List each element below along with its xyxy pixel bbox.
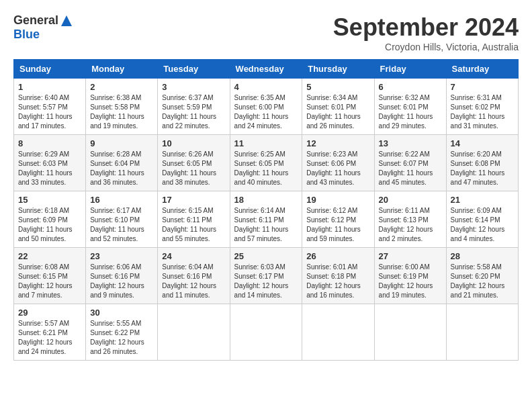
- day-number: 9: [90, 138, 153, 148]
- day-info: Sunrise: 6:26 AM Sunset: 6:05 PM Dayligh…: [162, 150, 225, 187]
- day-info: Sunrise: 6:40 AM Sunset: 5:57 PM Dayligh…: [18, 93, 81, 131]
- calendar-cell: 7 Sunrise: 6:31 AM Sunset: 6:02 PM Dayli…: [446, 79, 518, 135]
- day-number: 1: [18, 82, 81, 92]
- day-info: Sunrise: 6:32 AM Sunset: 6:01 PM Dayligh…: [379, 93, 442, 131]
- day-info: Sunrise: 6:31 AM Sunset: 6:02 PM Dayligh…: [451, 93, 514, 131]
- svg-marker-0: [61, 15, 72, 26]
- day-info: Sunrise: 6:23 AM Sunset: 6:06 PM Dayligh…: [306, 150, 369, 187]
- day-number: 25: [234, 251, 298, 261]
- day-number: 10: [162, 138, 225, 148]
- calendar-cell: 18 Sunrise: 6:14 AM Sunset: 6:11 PM Dayl…: [230, 191, 302, 248]
- day-info: Sunrise: 6:28 AM Sunset: 6:04 PM Dayligh…: [90, 150, 153, 187]
- day-info: Sunrise: 6:25 AM Sunset: 6:05 PM Dayligh…: [234, 150, 298, 187]
- calendar-week-row: 29 Sunrise: 5:57 AM Sunset: 6:21 PM Dayl…: [14, 304, 519, 361]
- page-header: General Blue September 2024 Croydon Hill…: [13, 13, 519, 52]
- calendar-cell: [446, 304, 518, 361]
- calendar-cell: 8 Sunrise: 6:29 AM Sunset: 6:03 PM Dayli…: [14, 135, 86, 191]
- calendar-cell: 5 Sunrise: 6:34 AM Sunset: 6:01 PM Dayli…: [302, 79, 374, 135]
- day-info: Sunrise: 6:01 AM Sunset: 6:18 PM Dayligh…: [306, 263, 369, 300]
- logo-blue-text: Blue: [13, 28, 40, 42]
- col-wednesday: Wednesday: [230, 60, 302, 79]
- location-text: Croydon Hills, Victoria, Australia: [333, 42, 519, 52]
- calendar-cell: 27 Sunrise: 6:00 AM Sunset: 6:19 PM Dayl…: [374, 248, 446, 304]
- day-info: Sunrise: 5:55 AM Sunset: 6:22 PM Dayligh…: [90, 319, 153, 357]
- day-number: 18: [234, 195, 298, 205]
- calendar-cell: 25 Sunrise: 6:03 AM Sunset: 6:17 PM Dayl…: [230, 248, 302, 304]
- day-number: 30: [90, 308, 153, 318]
- day-number: 14: [451, 138, 514, 148]
- calendar-cell: 28 Sunrise: 5:58 AM Sunset: 6:20 PM Dayl…: [446, 248, 518, 304]
- day-number: 11: [234, 138, 298, 148]
- day-number: 19: [306, 195, 369, 205]
- day-number: 29: [18, 308, 81, 318]
- day-number: 22: [18, 251, 81, 261]
- calendar-cell: 2 Sunrise: 6:38 AM Sunset: 5:58 PM Dayli…: [86, 79, 158, 135]
- calendar-cell: 24 Sunrise: 6:04 AM Sunset: 6:16 PM Dayl…: [158, 248, 230, 304]
- day-number: 26: [306, 251, 369, 261]
- calendar-cell: 26 Sunrise: 6:01 AM Sunset: 6:18 PM Dayl…: [302, 248, 374, 304]
- day-number: 6: [379, 82, 442, 92]
- day-number: 28: [451, 251, 514, 261]
- day-info: Sunrise: 5:57 AM Sunset: 6:21 PM Dayligh…: [18, 319, 81, 357]
- calendar-cell: 17 Sunrise: 6:15 AM Sunset: 6:11 PM Dayl…: [158, 191, 230, 248]
- calendar-cell: [158, 304, 230, 361]
- calendar-cell: 30 Sunrise: 5:55 AM Sunset: 6:22 PM Dayl…: [86, 304, 158, 361]
- calendar-cell: 11 Sunrise: 6:25 AM Sunset: 6:05 PM Dayl…: [230, 135, 302, 191]
- calendar-week-row: 15 Sunrise: 6:18 AM Sunset: 6:09 PM Dayl…: [14, 191, 519, 248]
- calendar-cell: 14 Sunrise: 6:20 AM Sunset: 6:08 PM Dayl…: [446, 135, 518, 191]
- day-info: Sunrise: 6:15 AM Sunset: 6:11 PM Dayligh…: [162, 206, 225, 244]
- day-number: 17: [162, 195, 225, 205]
- day-info: Sunrise: 6:03 AM Sunset: 6:17 PM Dayligh…: [234, 263, 298, 300]
- day-info: Sunrise: 6:34 AM Sunset: 6:01 PM Dayligh…: [306, 93, 369, 131]
- day-info: Sunrise: 6:12 AM Sunset: 6:12 PM Dayligh…: [306, 206, 369, 244]
- day-info: Sunrise: 6:11 AM Sunset: 6:13 PM Dayligh…: [379, 206, 442, 244]
- calendar-cell: 22 Sunrise: 6:08 AM Sunset: 6:15 PM Dayl…: [14, 248, 86, 304]
- day-info: Sunrise: 6:09 AM Sunset: 6:14 PM Dayligh…: [451, 206, 514, 244]
- calendar-cell: 12 Sunrise: 6:23 AM Sunset: 6:06 PM Dayl…: [302, 135, 374, 191]
- day-info: Sunrise: 6:29 AM Sunset: 6:03 PM Dayligh…: [18, 150, 81, 187]
- calendar-cell: 1 Sunrise: 6:40 AM Sunset: 5:57 PM Dayli…: [14, 79, 86, 135]
- day-info: Sunrise: 6:14 AM Sunset: 6:11 PM Dayligh…: [234, 206, 298, 244]
- day-number: 27: [379, 251, 442, 261]
- calendar-cell: 21 Sunrise: 6:09 AM Sunset: 6:14 PM Dayl…: [446, 191, 518, 248]
- calendar-table: Sunday Monday Tuesday Wednesday Thursday…: [13, 59, 519, 361]
- col-friday: Friday: [374, 60, 446, 79]
- day-info: Sunrise: 6:35 AM Sunset: 6:00 PM Dayligh…: [234, 93, 298, 131]
- calendar-cell: 3 Sunrise: 6:37 AM Sunset: 5:59 PM Dayli…: [158, 79, 230, 135]
- calendar-cell: 9 Sunrise: 6:28 AM Sunset: 6:04 PM Dayli…: [86, 135, 158, 191]
- calendar-cell: 10 Sunrise: 6:26 AM Sunset: 6:05 PM Dayl…: [158, 135, 230, 191]
- day-number: 24: [162, 251, 225, 261]
- day-info: Sunrise: 6:38 AM Sunset: 5:58 PM Dayligh…: [90, 93, 153, 131]
- day-info: Sunrise: 6:22 AM Sunset: 6:07 PM Dayligh…: [379, 150, 442, 187]
- col-saturday: Saturday: [446, 60, 518, 79]
- calendar-cell: [374, 304, 446, 361]
- day-number: 23: [90, 251, 153, 261]
- day-info: Sunrise: 6:37 AM Sunset: 5:59 PM Dayligh…: [162, 93, 225, 131]
- day-number: 13: [379, 138, 442, 148]
- day-number: 4: [234, 82, 298, 92]
- day-number: 2: [90, 82, 153, 92]
- day-number: 7: [451, 82, 514, 92]
- calendar-header-row: Sunday Monday Tuesday Wednesday Thursday…: [14, 60, 519, 79]
- calendar-cell: [230, 304, 302, 361]
- calendar-cell: [302, 304, 374, 361]
- calendar-week-row: 8 Sunrise: 6:29 AM Sunset: 6:03 PM Dayli…: [14, 135, 519, 191]
- month-title: September 2024: [333, 13, 519, 42]
- day-number: 3: [162, 82, 225, 92]
- day-info: Sunrise: 6:18 AM Sunset: 6:09 PM Dayligh…: [18, 206, 81, 244]
- day-number: 5: [306, 82, 369, 92]
- calendar-cell: 15 Sunrise: 6:18 AM Sunset: 6:09 PM Dayl…: [14, 191, 86, 248]
- col-monday: Monday: [86, 60, 158, 79]
- calendar-week-row: 1 Sunrise: 6:40 AM Sunset: 5:57 PM Dayli…: [14, 79, 519, 135]
- calendar-week-row: 22 Sunrise: 6:08 AM Sunset: 6:15 PM Dayl…: [14, 248, 519, 304]
- day-number: 8: [18, 138, 81, 148]
- calendar-cell: 4 Sunrise: 6:35 AM Sunset: 6:00 PM Dayli…: [230, 79, 302, 135]
- calendar-cell: 6 Sunrise: 6:32 AM Sunset: 6:01 PM Dayli…: [374, 79, 446, 135]
- day-number: 15: [18, 195, 81, 205]
- day-number: 21: [451, 195, 514, 205]
- calendar-cell: 20 Sunrise: 6:11 AM Sunset: 6:13 PM Dayl…: [374, 191, 446, 248]
- day-info: Sunrise: 6:00 AM Sunset: 6:19 PM Dayligh…: [379, 263, 442, 300]
- day-info: Sunrise: 6:20 AM Sunset: 6:08 PM Dayligh…: [451, 150, 514, 187]
- day-info: Sunrise: 6:08 AM Sunset: 6:15 PM Dayligh…: [18, 263, 81, 300]
- col-thursday: Thursday: [302, 60, 374, 79]
